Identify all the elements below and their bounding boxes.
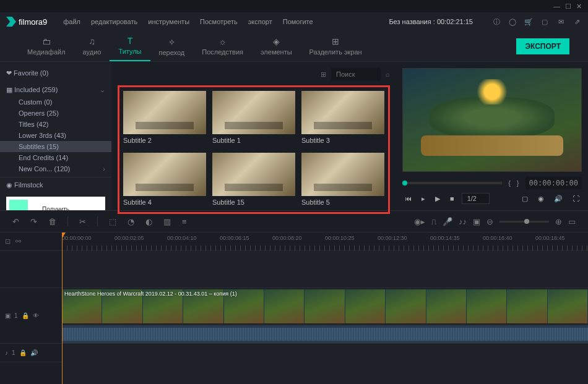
- info-icon[interactable]: ⓘ: [491, 17, 501, 27]
- sidebar-favorite-label: Favorite (0): [14, 69, 48, 77]
- lock-icon[interactable]: 🔒: [22, 312, 29, 319]
- mark-out[interactable]: }: [517, 179, 519, 187]
- undo-button[interactable]: ↶: [12, 217, 19, 226]
- video-clip[interactable]: HearthStone Heroes of Warcraft 2019.02.1…: [62, 289, 588, 323]
- monitor-icon[interactable]: ▢: [519, 194, 530, 204]
- sidebar-item-lower3rds[interactable]: Lower 3rds (43): [0, 130, 111, 141]
- stop-button[interactable]: ■: [447, 194, 457, 203]
- tab-elements[interactable]: ◈элементы: [252, 32, 301, 61]
- window-close[interactable]: ✕: [576, 2, 582, 11]
- sidebar-favorite[interactable]: ❤ Favorite (0): [0, 67, 111, 80]
- rocket-icon[interactable]: ⇗: [572, 18, 582, 26]
- gallery-item[interactable]: Subtitle 4: [123, 153, 206, 208]
- zoom-slider[interactable]: [499, 221, 549, 223]
- crop-button[interactable]: ⬚: [109, 217, 116, 226]
- menu-export[interactable]: экспорт: [244, 15, 276, 28]
- menu-tools[interactable]: инструменты: [144, 15, 193, 28]
- sidebar-item-custom[interactable]: Custom (0): [0, 96, 111, 108]
- video-track-header[interactable]: ▣ 1 🔒 👁: [0, 288, 62, 344]
- cart-icon[interactable]: 🛒: [524, 18, 534, 26]
- mixer-icon[interactable]: ⎍: [431, 217, 436, 226]
- mail-icon[interactable]: ✉: [556, 18, 566, 26]
- tab-titles-label: Титулы: [118, 48, 141, 55]
- record-icon[interactable]: ◉▸: [414, 217, 425, 226]
- music-track[interactable]: [62, 344, 588, 362]
- playhead[interactable]: [62, 233, 63, 384]
- timeline-tracks[interactable]: 00:00:00:0000:00:02:0500:00:04:1000:00:0…: [62, 233, 588, 384]
- visibility-icon[interactable]: 👁: [33, 312, 39, 319]
- mark-in[interactable]: {: [508, 179, 511, 187]
- sidebar-item-endcredits[interactable]: End Credits (14): [0, 152, 111, 163]
- tab-transition[interactable]: ⟡переход: [150, 32, 194, 61]
- step-back-button[interactable]: ▸: [419, 194, 428, 204]
- menu-help[interactable]: Помогите: [279, 15, 317, 28]
- tab-split[interactable]: ⊞Разделить экран: [301, 32, 371, 61]
- gallery-item[interactable]: Subtitle 1: [212, 91, 295, 147]
- sidebar-item-newcon[interactable]: New Con... (120)›: [0, 163, 111, 174]
- gallery-item[interactable]: Subtitle 5: [301, 153, 384, 208]
- time-ruler[interactable]: 00:00:00:0000:00:02:0500:00:04:1000:00:0…: [62, 233, 588, 251]
- speed-button[interactable]: ◔: [128, 217, 134, 226]
- delete-button[interactable]: 🗑: [48, 217, 56, 226]
- gallery-item[interactable]: Subtitle 3: [301, 91, 384, 147]
- preview-screen[interactable]: [402, 68, 582, 172]
- link-icon[interactable]: ⚯: [15, 237, 21, 245]
- adjust-button[interactable]: ≡: [182, 217, 187, 226]
- redo-button[interactable]: ↷: [30, 217, 37, 226]
- volume-icon[interactable]: 🔊: [551, 194, 565, 204]
- speed-select[interactable]: 1/2: [462, 193, 490, 204]
- music-track-icon: ♪: [5, 349, 8, 356]
- elements-icon: ◈: [273, 36, 280, 46]
- tab-titles[interactable]: TТитулы: [110, 31, 150, 61]
- marker-icon[interactable]: ▣: [473, 217, 480, 226]
- play-button[interactable]: ▶: [433, 194, 443, 204]
- audio-clip-track[interactable]: [62, 325, 588, 344]
- track-type-icon: ▣: [5, 312, 11, 319]
- tab-media[interactable]: 🗀Медиафайл: [19, 32, 74, 61]
- app-logo: filmora9: [6, 17, 47, 27]
- color-button[interactable]: ◐: [145, 217, 152, 226]
- greenscreen-button[interactable]: ▥: [163, 217, 171, 226]
- zoom-in-icon[interactable]: ⊕: [555, 217, 562, 226]
- audio-icon[interactable]: ♪♪: [459, 217, 467, 226]
- menu-file[interactable]: файл: [59, 15, 84, 28]
- grid-view-icon[interactable]: ⊞: [321, 70, 326, 79]
- sidebar-item-openers[interactable]: Openers (25): [0, 108, 111, 119]
- cut-button[interactable]: ✂: [79, 217, 86, 226]
- lock-icon[interactable]: 🔒: [19, 349, 27, 356]
- window-minimize[interactable]: ―: [553, 2, 560, 10]
- tab-audio[interactable]: ♫аудио: [74, 32, 110, 61]
- search-input[interactable]: [331, 68, 381, 80]
- tab-effects[interactable]: ☼Последствия: [193, 32, 252, 61]
- empty-track[interactable]: [62, 251, 588, 288]
- frame-icon[interactable]: ▢: [540, 18, 550, 26]
- mic-icon[interactable]: 🎤: [443, 217, 452, 226]
- gallery-item[interactable]: Subtitle 2: [123, 91, 206, 147]
- sidebar-item-titles[interactable]: Titles (42): [0, 119, 111, 130]
- video-track[interactable]: HearthStone Heroes of Warcraft 2019.02.1…: [62, 288, 588, 325]
- locate-icon[interactable]: ⊡: [5, 237, 11, 245]
- mute-icon[interactable]: 🔊: [30, 349, 38, 356]
- snapshot-icon[interactable]: ◉: [535, 194, 547, 204]
- music-icon: ♫: [89, 36, 95, 46]
- zoom-out-icon[interactable]: ⊖: [486, 217, 493, 226]
- scrub-bar[interactable]: [402, 182, 502, 184]
- export-button[interactable]: ЭКСПОРТ: [516, 38, 569, 54]
- audio-track-header[interactable]: ♪ 1 🔒 🔊: [0, 344, 62, 362]
- menu-edit[interactable]: редактировать: [87, 15, 141, 28]
- sidebar-item-subtitles[interactable]: Subtitles (15): [0, 141, 111, 152]
- zoom-fit-icon[interactable]: ▭: [568, 217, 576, 226]
- gallery-highlight: Subtitle 2 Subtitle 1 Subtitle 3 Subtitl…: [118, 85, 390, 214]
- gallery-item[interactable]: Subtitle 15: [212, 153, 295, 208]
- chevron-down-icon: ⌄: [100, 86, 105, 94]
- menu-view[interactable]: Посмотреть: [196, 15, 241, 28]
- search-icon[interactable]: ⌕: [386, 70, 390, 78]
- prev-button[interactable]: ⏮: [402, 194, 414, 203]
- sidebar-filmstock[interactable]: ◉ Filmstock: [0, 177, 111, 193]
- sidebar-included[interactable]: ▦ Included (259)⌄: [0, 83, 111, 96]
- ruler-mark: 00:00:14:35: [430, 235, 460, 241]
- user-icon[interactable]: ◯: [508, 18, 517, 26]
- fullscreen-icon[interactable]: ⛶: [570, 194, 582, 203]
- window-maximize[interactable]: ☐: [565, 2, 571, 11]
- promo-banner[interactable]: Получить: [6, 197, 105, 210]
